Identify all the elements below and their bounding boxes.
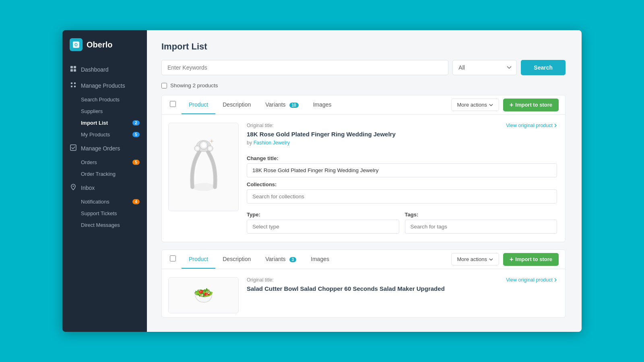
sidebar-item-manage-orders[interactable]: Manage Orders <box>62 140 147 156</box>
type-input-1[interactable] <box>247 220 399 234</box>
change-title-input-1[interactable] <box>247 163 557 177</box>
svg-text:O: O <box>74 43 78 47</box>
collections-label-1: Collections: <box>247 181 557 187</box>
sidebar-item-notifications[interactable]: Notifications 4 <box>81 196 147 208</box>
sidebar-item-inbox[interactable]: Inbox <box>62 180 147 196</box>
plus-icon: + <box>510 101 513 109</box>
chevron-right-icon-2 <box>554 278 557 282</box>
filter-select[interactable]: All Active Inactive <box>452 60 517 75</box>
sidebar-item-orders[interactable]: Orders 5 <box>81 156 147 168</box>
sidebar-item-suppliers[interactable]: Suppliers <box>81 105 147 117</box>
inbox-label: Inbox <box>81 185 95 191</box>
dashboard-label: Dashboard <box>81 66 109 73</box>
sidebar-item-search-products[interactable]: Search Products <box>81 94 147 105</box>
sidebar-item-my-products[interactable]: My Products 5 <box>81 129 147 140</box>
manage-products-icon <box>70 82 77 90</box>
manage-orders-icon <box>70 144 77 152</box>
tab-images-2[interactable]: Images <box>303 250 336 269</box>
chevron-right-icon <box>554 123 557 128</box>
logo: O Oberlo <box>62 30 147 59</box>
svg-rect-2 <box>70 66 73 68</box>
manage-orders-subnav: Orders 5 Order Tracking <box>62 156 147 180</box>
view-original-link-1[interactable]: View original product <box>506 123 557 128</box>
logo-text: Oberlo <box>87 40 112 49</box>
tab-variants-1[interactable]: Variants 10 <box>258 96 305 114</box>
chevron-down-icon <box>489 104 493 106</box>
dashboard-icon <box>70 66 77 74</box>
sidebar-item-support-tickets[interactable]: Support Tickets <box>81 208 147 219</box>
inbox-subnav: Notifications 4 Support Tickets Direct M… <box>62 196 147 231</box>
sidebar-item-direct-messages[interactable]: Direct Messages <box>81 219 147 231</box>
svg-rect-3 <box>74 66 76 68</box>
card-2-actions: More actions + Import to store <box>451 253 559 266</box>
original-title-label-1: Original title: <box>247 123 396 128</box>
sidebar-item-import-list[interactable]: Import List 2 <box>81 117 147 129</box>
svg-point-7 <box>73 186 74 187</box>
product-card-1: Product Description Variants 10 Images <box>161 95 566 242</box>
product-2-top-row: Original title: Salad Cutter Bowl Salad … <box>247 277 557 294</box>
type-tags-row-1: Type: Tags: <box>247 208 557 234</box>
product-1-checkbox[interactable] <box>170 101 176 107</box>
showing-row: Showing 2 products <box>161 82 566 88</box>
more-actions-button-2[interactable]: More actions <box>451 253 499 265</box>
variants-1-badge: 10 <box>289 103 299 108</box>
notifications-badge: 4 <box>132 199 140 204</box>
page-title: Import List <box>161 41 566 52</box>
main-content: Import List All Active Inactive Search S… <box>147 30 582 332</box>
tab-description-1[interactable]: Description <box>215 96 258 114</box>
plus-icon-2: + <box>510 256 513 263</box>
import-to-store-button-1[interactable]: + Import to store <box>503 99 559 111</box>
product-1-image <box>168 123 239 211</box>
sidebar-nav: Dashboard Manage Products Search Product… <box>62 59 147 332</box>
product-1-body: Original title: 18K Rose Gold Plated Fin… <box>162 115 565 242</box>
tags-input-1[interactable] <box>405 220 557 234</box>
collections-input-1[interactable] <box>247 189 557 204</box>
svg-point-13 <box>195 147 199 150</box>
tab-description-2[interactable]: Description <box>215 250 258 269</box>
search-button[interactable]: Search <box>521 60 566 75</box>
keyword-input[interactable] <box>161 60 448 75</box>
product-2-checkbox[interactable] <box>170 255 176 261</box>
main-inner: Import List All Active Inactive Search S… <box>147 30 582 332</box>
tab-images-1[interactable]: Images <box>306 96 339 114</box>
svg-rect-6 <box>70 145 76 150</box>
product-card-2-tabs: Product Description Variants 3 Images <box>162 250 565 269</box>
sidebar: O Oberlo Dashboard <box>62 30 147 332</box>
product-1-top-row: Original title: 18K Rose Gold Plated Fin… <box>247 123 557 151</box>
sidebar-item-dashboard[interactable]: Dashboard <box>62 62 147 78</box>
tab-variants-2[interactable]: Variants 3 <box>258 250 303 269</box>
product-2-body: 🥗 Original title: Salad Cutter Bowl Sala… <box>162 269 565 317</box>
product-2-details: Original title: Salad Cutter Bowl Salad … <box>247 277 557 313</box>
supplier-1: by Fashion Jewelry <box>247 140 396 146</box>
product-2-image: 🥗 <box>168 277 239 313</box>
logo-icon: O <box>70 38 83 51</box>
original-title-1: 18K Rose Gold Plated Finger Ring Wedding… <box>247 130 396 138</box>
sidebar-item-order-tracking[interactable]: Order Tracking <box>81 168 147 180</box>
sidebar-item-manage-products[interactable]: Manage Products <box>62 78 147 94</box>
product-card-2: Product Description Variants 3 Images <box>161 249 566 318</box>
import-to-store-button-2[interactable]: + Import to store <box>503 253 559 266</box>
original-title-2: Salad Cutter Bowl Salad Chopper 60 Secon… <box>247 284 445 293</box>
search-bar: All Active Inactive Search <box>161 60 566 75</box>
more-actions-button-1[interactable]: More actions <box>451 99 499 111</box>
card-1-actions: More actions + Import to store <box>451 99 559 111</box>
ring-image <box>175 131 232 203</box>
tags-label-1: Tags: <box>405 212 557 218</box>
tab-product-2[interactable]: Product <box>182 250 215 269</box>
original-title-label-2: Original title: <box>247 277 445 283</box>
change-title-label-1: Change title: <box>247 155 557 161</box>
product-card-1-tabs: Product Description Variants 10 Images <box>162 95 565 115</box>
select-all-checkbox[interactable] <box>161 83 167 88</box>
tab-product-1[interactable]: Product <box>182 96 215 114</box>
orders-badge: 5 <box>132 160 140 165</box>
showing-label: Showing 2 products <box>170 82 218 88</box>
view-original-link-2[interactable]: View original product <box>506 277 557 283</box>
supplier-link-1[interactable]: Fashion Jewelry <box>254 140 290 146</box>
type-label-1: Type: <box>247 212 399 218</box>
my-products-badge: 5 <box>132 132 140 137</box>
svg-point-8 <box>192 183 215 191</box>
product-1-details: Original title: 18K Rose Gold Plated Fin… <box>247 123 557 234</box>
manage-products-label: Manage Products <box>81 82 125 89</box>
inbox-icon <box>70 184 77 192</box>
manage-products-subnav: Search Products Suppliers Import List 2 … <box>62 94 147 140</box>
